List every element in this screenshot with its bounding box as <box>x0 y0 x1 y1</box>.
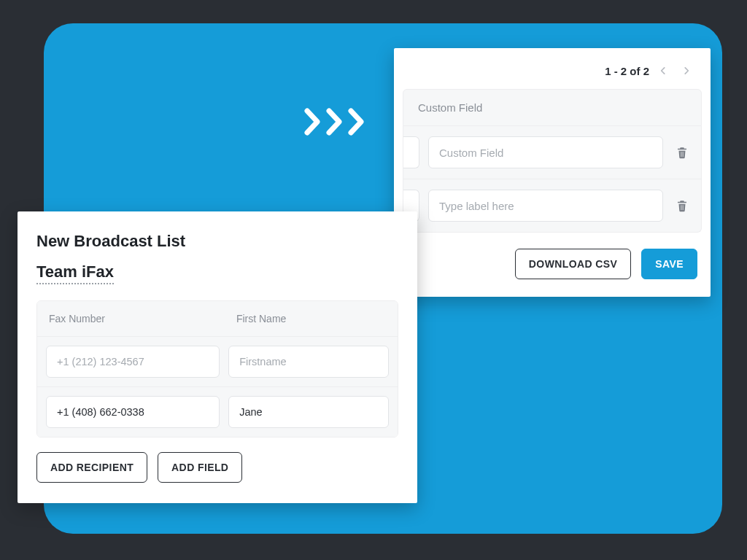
custom-field-row <box>403 126 702 179</box>
broadcast-list-panel: New Broadcast List Team iFax Fax Number … <box>18 211 417 503</box>
panel-title: New Broadcast List <box>36 232 398 251</box>
arrow-decoration <box>303 108 367 136</box>
custom-field-column-header: Custom Field <box>403 89 702 126</box>
delete-row-button[interactable] <box>672 145 692 160</box>
trash-icon <box>676 198 689 213</box>
pagination-text: 1 - 2 of 2 <box>605 65 649 77</box>
first-name-input[interactable] <box>228 396 389 428</box>
pagination-prev-button[interactable] <box>654 61 673 80</box>
first-name-input[interactable] <box>228 346 389 378</box>
custom-field-row <box>403 179 702 233</box>
add-field-button[interactable]: ADD FIELD <box>158 452 242 483</box>
download-csv-button[interactable]: DOWNLOAD CSV <box>515 249 631 279</box>
custom-field-actions: DOWNLOAD CSV SAVE <box>394 233 711 279</box>
add-recipient-button[interactable]: ADD RECIPIENT <box>36 452 147 483</box>
pagination-next-button[interactable] <box>677 61 696 80</box>
trash-icon <box>676 145 689 160</box>
recipient-table: Fax Number First Name <box>36 300 398 438</box>
fax-number-input[interactable] <box>46 346 220 378</box>
table-header: Fax Number First Name <box>37 301 398 336</box>
custom-field-input[interactable] <box>428 190 663 222</box>
custom-field-input[interactable] <box>428 136 663 168</box>
custom-field-panel: 1 - 2 of 2 Custom Field DOWNLOAD CSV SAV… <box>394 48 711 297</box>
table-row <box>37 336 398 386</box>
table-row <box>37 386 398 437</box>
pagination: 1 - 2 of 2 <box>394 48 711 89</box>
team-name-field[interactable]: Team iFax <box>36 262 114 284</box>
fax-number-input[interactable] <box>46 396 220 428</box>
delete-row-button[interactable] <box>672 198 692 213</box>
chevron-right-icon <box>681 66 692 76</box>
column-header-first-name: First Name <box>225 301 398 336</box>
row-stub <box>403 136 419 168</box>
broadcast-actions: ADD RECIPIENT ADD FIELD <box>36 452 398 483</box>
save-button[interactable]: SAVE <box>641 249 697 279</box>
chevron-left-icon <box>658 66 668 76</box>
column-header-fax: Fax Number <box>37 301 225 336</box>
